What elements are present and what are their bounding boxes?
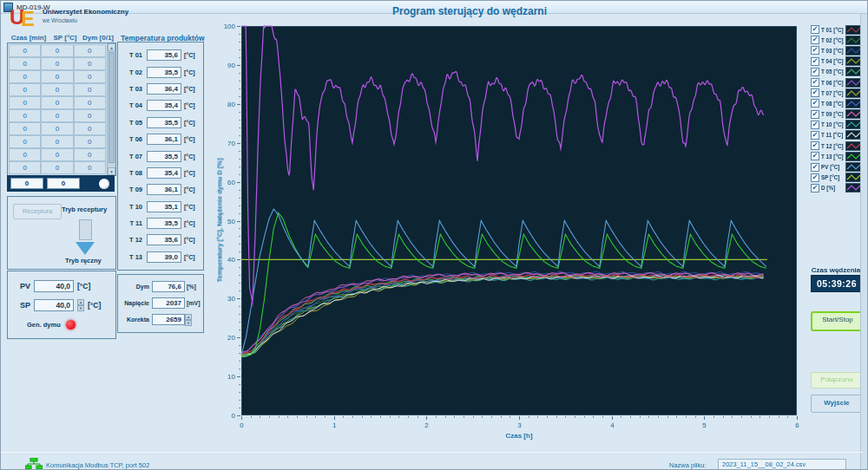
table-cell-sp[interactable]: 0 [41, 161, 73, 174]
table-cell-sp[interactable]: 0 [41, 57, 73, 70]
sp-spinner[interactable]: ▲▼ [77, 299, 84, 311]
file-name-field[interactable]: 2023_11_15__08_02_24.csv [718, 459, 846, 470]
table-cell-dym[interactable]: 0 [74, 44, 106, 57]
legend-checkbox[interactable]: ✔ [811, 78, 819, 87]
table-cell-dym[interactable]: 0 [74, 57, 106, 70]
window-right-edge [860, 14, 867, 470]
mode-recipe-label: Tryb receptury [62, 206, 107, 213]
legend-checkbox[interactable]: ✔ [811, 46, 819, 55]
legend-checkbox[interactable]: ✔ [811, 57, 819, 66]
sensor-row: T 13 39,0 [°C] [118, 249, 203, 265]
table-cell-sp[interactable]: 0 [41, 83, 73, 96]
scroll-down-icon[interactable]: ▼ [108, 167, 115, 175]
recipe-table-grid: 0 0 0 0 0 0 0 0 0 0 0 0 0 0 0 0 0 [8, 43, 107, 175]
table-cell-czas[interactable]: 0 [9, 44, 41, 57]
ue-logo: U E [10, 6, 41, 30]
sensor-row: T 02 35,5 [°C] [118, 63, 203, 80]
legend-checkbox[interactable]: ✔ [811, 141, 819, 150]
legend-item: ✔ T 02 [°C] [811, 35, 865, 45]
table-cell-dym[interactable]: 0 [74, 122, 106, 135]
legend-label: T 01 [°C] [821, 27, 844, 33]
legend-checkbox[interactable]: ✔ [811, 36, 819, 44]
smoking-time-display: 05:39:26 [811, 275, 863, 292]
recipe-table[interactable]: 0 0 0 0 0 0 0 0 0 0 0 0 0 0 0 0 0 [7, 42, 116, 176]
table-cell-czas[interactable]: 0 [9, 57, 41, 70]
legend-checkbox[interactable]: ✔ [811, 25, 819, 34]
legend-checkbox[interactable]: ✔ [811, 184, 819, 193]
exit-button[interactable]: Wyjście [811, 395, 863, 413]
table-cell-dym[interactable]: 0 [74, 135, 106, 148]
sensor-value-field: 35,5 [147, 151, 181, 162]
legend-item: ✔ T 05 [°C] [811, 67, 865, 77]
sensor-row: T 01 35,6 [°C] [118, 47, 203, 63]
status-bar: Komunikacja Modbus TCP, port 502 Nazwa p… [1, 452, 863, 470]
mode-slider-arrow[interactable] [76, 242, 95, 255]
table-cell-czas[interactable]: 0 [9, 96, 41, 109]
table-cell-czas[interactable]: 0 [9, 161, 41, 174]
sensor-label: T 10 [118, 203, 142, 211]
legend-label: T 13 [°C] [821, 153, 844, 160]
table-cell-sp[interactable]: 0 [41, 122, 73, 135]
legend-item: ✔ T 03 [°C] [811, 45, 865, 55]
table-cell-czas[interactable]: 0 [9, 122, 41, 135]
legend-label: T 04 [°C] [821, 58, 844, 64]
smoking-process-chart[interactable] [207, 22, 812, 448]
table-cell-dym[interactable]: 0 [74, 83, 106, 96]
recipe-button[interactable]: Receptura [13, 204, 62, 219]
legend-label: SP [°C] [821, 174, 844, 180]
legend-checkbox[interactable]: ✔ [811, 173, 819, 182]
sensor-unit: [°C] [184, 254, 195, 260]
legend-checkbox[interactable]: ✔ [811, 163, 819, 172]
table-cell-dym[interactable]: 0 [74, 96, 106, 109]
sensor-label: T 04 [118, 101, 142, 109]
connected-button[interactable]: Połączono [811, 372, 863, 388]
legend-label: T 02 [°C] [821, 37, 844, 43]
legend-checkbox[interactable]: ✔ [811, 68, 819, 76]
sensor-label: T 12 [118, 236, 142, 244]
table-cell-sp[interactable]: 0 [41, 96, 73, 109]
table-cell-sp[interactable]: 0 [41, 148, 73, 161]
table-cell-dym[interactable]: 0 [74, 148, 106, 161]
table-cell-czas[interactable]: 0 [9, 109, 41, 122]
table-cell-sp[interactable]: 0 [41, 109, 73, 122]
table-cell-sp[interactable]: 0 [41, 135, 73, 148]
table-cell-czas[interactable]: 0 [9, 148, 41, 161]
mode-slider-track[interactable] [79, 219, 92, 240]
table-cell-czas[interactable]: 0 [9, 83, 41, 96]
modbus-status-text: Komunikacja Modbus TCP, port 502 [46, 461, 149, 469]
legend-checkbox[interactable]: ✔ [811, 152, 819, 160]
measurement-label: Dym [118, 284, 149, 290]
legend-label: T 05 [°C] [821, 69, 844, 75]
legend-item: ✔ T 08 [°C] [811, 98, 865, 108]
network-icon [25, 458, 43, 470]
table-cell-dym[interactable]: 0 [74, 109, 106, 122]
legend-checkbox[interactable]: ✔ [811, 110, 819, 119]
measurement-unit: [mV] [187, 300, 201, 306]
legend-label: T 09 [°C] [821, 111, 844, 117]
sensor-value-field: 35,4 [147, 100, 181, 111]
legend-item: ✔ PV [°C] [811, 161, 865, 172]
table-cell-sp[interactable]: 0 [41, 70, 73, 83]
sensor-label: T 11 [118, 219, 142, 227]
start-stop-button[interactable]: Start/Stop [811, 311, 865, 331]
pv-value-field: 40,0 [34, 280, 74, 292]
scroll-up-icon[interactable]: ▲ [108, 43, 115, 51]
chart-x-axis-label: Czas [h] [467, 432, 571, 440]
sensor-row: T 08 35,4 [°C] [118, 165, 203, 181]
legend-checkbox[interactable]: ✔ [811, 88, 819, 97]
legend-checkbox[interactable]: ✔ [811, 99, 819, 108]
table-cell-dym[interactable]: 0 [74, 70, 106, 83]
table-scrollbar[interactable]: ▲ ▼ [107, 43, 115, 175]
legend-checkbox[interactable]: ✔ [811, 131, 819, 140]
table-cell-sp[interactable]: 0 [41, 44, 73, 57]
table-cell-dym[interactable]: 0 [74, 161, 106, 174]
table-cell-czas[interactable]: 0 [9, 70, 41, 83]
table-cell-czas[interactable]: 0 [9, 135, 41, 148]
legend-label: T 07 [°C] [821, 90, 844, 96]
scrollbar-thumb[interactable] [108, 52, 115, 163]
sp-value-field[interactable]: 40,0 [34, 299, 74, 311]
pv-unit: [°C] [77, 282, 90, 290]
korekta-spinner[interactable]: ▲▼ [185, 314, 192, 326]
measurement-row: Napięcie 2037 ▲▼ [mV] [118, 295, 203, 311]
legend-checkbox[interactable]: ✔ [811, 121, 819, 129]
